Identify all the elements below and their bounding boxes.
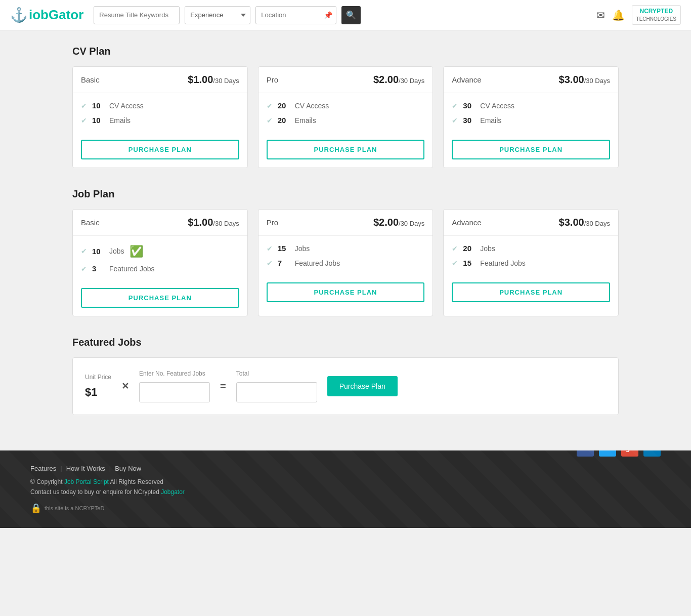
purchase-plan-button[interactable]: PURCHASE PLAN	[267, 140, 425, 159]
plan-features: ✔ 20 CV Access ✔ 20 Emails	[258, 93, 433, 136]
job-plan-title: Job Plan	[72, 188, 619, 200]
feature-label: Featured Jobs	[480, 259, 526, 267]
feature-label: Emails	[480, 116, 501, 125]
unit-price-label: Unit Price	[85, 374, 111, 381]
feature-count: 30	[463, 101, 475, 110]
plan-name: Advance	[452, 75, 481, 84]
footer-link-buy-now[interactable]: Buy Now	[115, 465, 141, 472]
plan-name: Advance	[452, 218, 481, 227]
plan-btn-wrapper: PURCHASE PLAN	[444, 136, 618, 168]
plan-btn-wrapper: PURCHASE PLAN	[73, 284, 247, 316]
featured-jobs-input[interactable]	[139, 382, 210, 402]
check-icon: ✔	[452, 116, 458, 125]
feature-label: Featured Jobs	[109, 265, 155, 273]
ncrypted-badge: NCRYPTED TECHNOLOGIES	[632, 5, 681, 25]
footer-copyright-link[interactable]: Job Portal Script	[64, 478, 109, 485]
total-label: Total	[236, 370, 317, 377]
featured-purchase-btn[interactable]: Purchase Plan	[327, 376, 398, 396]
check-icon: ✔	[452, 244, 458, 253]
social-facebook-button[interactable]: f	[577, 450, 594, 457]
footer: Features | How It Works | Buy Now © Copy…	[0, 450, 691, 528]
footer-divider-2: |	[109, 465, 111, 472]
plan-header: Advance $3.00/30 Days	[444, 210, 618, 236]
purchase-plan-button[interactable]: PURCHASE PLAN	[81, 288, 239, 308]
purchase-plan-button[interactable]: PURCHASE PLAN	[452, 140, 610, 159]
plan-btn-wrapper: PURCHASE PLAN	[258, 278, 433, 310]
social-google-button[interactable]: g+	[621, 450, 638, 457]
keywords-input[interactable]	[94, 6, 180, 24]
footer-social: ftg+in	[577, 450, 661, 457]
plan-features: ✔ 10 Jobs ✅ ✔ 3 Featured Jobs	[73, 236, 247, 284]
total-col: Total	[236, 370, 317, 402]
footer-contact: Contact us today to buy or enquire for N…	[30, 488, 185, 496]
logo[interactable]: ⚓ iobGator	[10, 7, 83, 23]
logo-icon: ⚓	[10, 7, 28, 23]
purchase-plan-button[interactable]: PURCHASE PLAN	[267, 282, 425, 302]
purchase-plan-button[interactable]: PURCHASE PLAN	[81, 140, 239, 159]
plan-header: Advance $3.00/30 Days	[444, 67, 618, 93]
plan-feature: ✔ 7 Featured Jobs	[267, 259, 425, 267]
featured-jobs-section: Featured Jobs Unit Price $1 ✕ Enter No. …	[72, 337, 619, 415]
plan-feature: ✔ 20 Emails	[267, 116, 425, 125]
footer-left: Features | How It Works | Buy Now © Copy…	[30, 465, 185, 514]
plan-card: Basic $1.00/30 Days ✔ 10 Jobs ✅ ✔ 3 Feat…	[72, 209, 248, 316]
footer-link-features[interactable]: Features	[30, 465, 56, 472]
cv-plan-grid: Basic $1.00/30 Days ✔ 10 CV Access ✔ 10 …	[72, 66, 619, 168]
cv-plan-section: CV Plan Basic $1.00/30 Days ✔ 10 CV Acce…	[72, 46, 619, 168]
plan-header: Pro $2.00/30 Days	[258, 210, 433, 236]
featured-jobs-title: Featured Jobs	[72, 337, 619, 348]
feature-count: 10	[92, 101, 104, 110]
bell-icon[interactable]: 🔔	[612, 9, 625, 21]
mail-icon[interactable]: ✉	[596, 9, 605, 21]
plan-features: ✔ 15 Jobs ✔ 7 Featured Jobs	[258, 236, 433, 278]
feature-count: 30	[463, 116, 475, 125]
plan-card: Pro $2.00/30 Days ✔ 20 CV Access ✔ 20 Em…	[258, 66, 434, 168]
feature-label: CV Access	[109, 102, 144, 110]
plan-header: Basic $1.00/30 Days	[73, 210, 247, 236]
plan-feature: ✔ 20 CV Access	[267, 101, 425, 110]
feature-count: 20	[463, 244, 475, 253]
check-icon: ✔	[81, 265, 87, 273]
plan-header: Pro $2.00/30 Days	[258, 67, 433, 93]
footer-links: Features | How It Works | Buy Now	[30, 465, 185, 472]
feature-label: Emails	[295, 116, 316, 125]
footer-jobgator-link[interactable]: Jobgator	[161, 488, 185, 496]
total-input[interactable]	[236, 382, 317, 402]
plan-price: $2.00/30 Days	[373, 74, 424, 86]
social-twitter-button[interactable]: t	[599, 450, 616, 457]
plan-feature: ✔ 30 Emails	[452, 116, 610, 125]
enter-jobs-col: Enter No. Featured Jobs	[139, 370, 210, 402]
footer-copyright: © Copyright Job Portal Script All Rights…	[30, 478, 185, 485]
location-input[interactable]	[255, 6, 336, 24]
plan-name: Pro	[267, 75, 278, 84]
multiply-sign: ✕	[121, 381, 129, 392]
ncrypted-top: NCRYPTED	[636, 8, 676, 16]
check-icon: ✔	[81, 102, 87, 110]
lock-icon: 🔒	[30, 503, 41, 514]
feature-label: Emails	[109, 116, 131, 125]
check-icon: ✔	[81, 116, 87, 125]
plan-header: Basic $1.00/30 Days	[73, 67, 247, 93]
plan-features: ✔ 30 CV Access ✔ 30 Emails	[444, 93, 618, 136]
feature-label: Featured Jobs	[295, 259, 340, 267]
social-linkedin-button[interactable]: in	[643, 450, 661, 457]
experience-select[interactable]: Experience 0-1 Years 1-2 Years 2-5 Years…	[185, 6, 250, 24]
ncrypted-bottom: TECHNOLOGIES	[636, 16, 676, 22]
main-content: CV Plan Basic $1.00/30 Days ✔ 10 CV Acce…	[42, 30, 649, 450]
selected-check: ✅	[129, 245, 143, 258]
feature-count: 10	[92, 247, 104, 256]
plan-card: Advance $3.00/30 Days ✔ 30 CV Access ✔ 3…	[443, 66, 619, 168]
plan-card: Advance $3.00/30 Days ✔ 20 Jobs ✔ 15 Fea…	[443, 209, 619, 316]
plan-feature: ✔ 20 Jobs	[452, 244, 610, 253]
feature-label: Jobs	[109, 247, 124, 255]
plan-feature: ✔ 15 Jobs	[267, 244, 425, 253]
feature-count: 20	[278, 101, 290, 110]
check-icon: ✔	[452, 102, 458, 110]
footer-divider-1: |	[60, 465, 62, 472]
search-button[interactable]: 🔍	[341, 6, 361, 24]
plan-btn-wrapper: PURCHASE PLAN	[258, 136, 433, 168]
purchase-plan-button[interactable]: PURCHASE PLAN	[452, 282, 610, 302]
check-icon: ✔	[267, 102, 273, 110]
header-icons: ✉ 🔔 NCRYPTED TECHNOLOGIES	[596, 5, 681, 25]
footer-link-how-it-works[interactable]: How It Works	[66, 465, 105, 472]
